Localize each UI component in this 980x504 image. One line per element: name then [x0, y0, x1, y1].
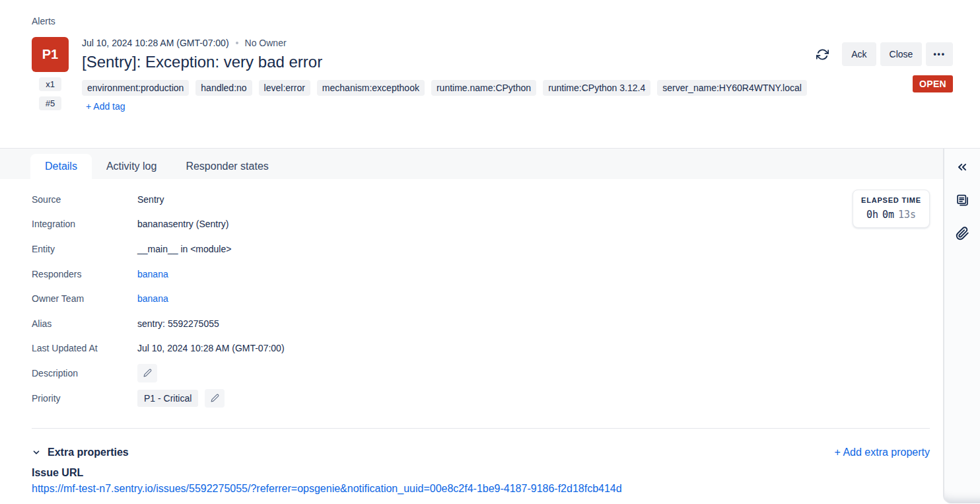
notes-button[interactable] [952, 190, 973, 211]
elapsed-hours: 0h [866, 209, 878, 221]
priority-badge: P1 [32, 37, 69, 72]
close-button[interactable]: Close [880, 42, 923, 66]
tab-details[interactable]: Details [30, 154, 92, 179]
pencil-icon [211, 394, 219, 402]
field-value-text: Sentry [137, 194, 164, 205]
field-value: bananasentry (Sentry) [137, 219, 229, 229]
field-value: Sentry [137, 194, 164, 205]
more-actions-button[interactable]: ••• [926, 42, 953, 66]
add-tag-link[interactable]: + Add tag [86, 101, 125, 112]
extra-property-list: Issue URL https://mf-test-n7.sentry.io/i… [32, 467, 930, 495]
chevron-down-icon [32, 448, 41, 457]
elapsed-time-title: ELAPSED TIME [857, 196, 925, 204]
field-value: Jul 10, 2024 10:28 AM (GMT-07:00) [137, 343, 285, 353]
refresh-icon [816, 48, 829, 61]
status-badge: OPEN [913, 75, 953, 92]
field-row: Last Updated At Jul 10, 2024 10:28 AM (G… [32, 336, 930, 361]
issue-url-link[interactable]: https://mf-test-n7.sentry.io/issues/5592… [32, 483, 930, 495]
field-label: Integration [32, 219, 137, 229]
field-label: Alias [32, 318, 137, 329]
field-value: banana [137, 293, 168, 304]
field-row: Responders banana [32, 262, 930, 287]
tag-pill[interactable]: mechanism:excepthook [317, 80, 425, 96]
paperclip-icon [956, 227, 969, 240]
tag-pill[interactable]: level:error [259, 80, 310, 96]
field-row: Owner Team banana [32, 286, 930, 311]
field-value-text: sentry: 5592275055 [137, 318, 219, 329]
collapse-panel-button[interactable] [952, 157, 973, 178]
tag-list: environment:productionhandled:nolevel:er… [82, 80, 848, 112]
field-label: Last Updated At [32, 343, 137, 353]
field-value-text: __main__ in <module> [137, 244, 231, 254]
field-value-text: bananasentry (Sentry) [137, 219, 229, 229]
alert-tinyid-badge: #5 [39, 96, 61, 110]
field-value: sentry: 5592275055 [137, 318, 219, 329]
breadcrumb[interactable]: Alerts [32, 16, 55, 26]
elapsed-seconds: 13s [898, 209, 916, 221]
alert-timestamp: Jul 10, 2024 10:28 AM (GMT-07:00) [82, 38, 229, 48]
attachments-button[interactable] [952, 223, 973, 244]
field-value: banana [137, 269, 168, 279]
extra-property-label: Issue URL [32, 467, 930, 479]
extra-property-item: Issue URL https://mf-test-n7.sentry.io/i… [32, 467, 930, 495]
field-row: Alias sentry: 5592275055 [32, 311, 930, 336]
tag-pill[interactable]: environment:production [82, 80, 189, 96]
field-value: __main__ in <module> [137, 244, 231, 254]
priority-pill: P1 - Critical [137, 390, 198, 407]
notes-icon [956, 194, 969, 207]
tag-pill[interactable]: runtime.name:CPython [431, 80, 536, 96]
field-label: Source [32, 194, 137, 205]
field-label: Owner Team [32, 293, 137, 304]
elapsed-minutes: 0m [882, 209, 894, 221]
field-row: Entity __main__ in <module> [32, 236, 930, 262]
extra-properties-toggle[interactable]: Extra properties [32, 447, 129, 458]
field-row: Priority P1 - Critical [32, 386, 930, 411]
field-label: Priority [32, 393, 137, 404]
right-icon-rail [943, 149, 980, 503]
alert-count-badge: x1 [39, 77, 61, 91]
field-value-text: Jul 10, 2024 10:28 AM (GMT-07:00) [137, 343, 285, 353]
edit-button[interactable] [137, 364, 157, 382]
alert-header: Alerts P1 x1 #5 Jul 10, 2024 10:28 AM (G… [0, 0, 980, 148]
section-divider [32, 428, 930, 429]
refresh-button[interactable] [815, 47, 830, 62]
tag-pill[interactable]: server_name:HY60R4WTNY.local [657, 80, 807, 96]
field-row: Source Sentry [32, 187, 930, 212]
field-label: Responders [32, 269, 137, 279]
tag-pill[interactable]: handled:no [195, 80, 252, 96]
edit-button[interactable] [205, 389, 225, 408]
dot-separator [236, 42, 238, 44]
field-label: Description [32, 368, 137, 378]
field-row: Description [32, 361, 930, 386]
pencil-icon [143, 369, 152, 377]
tab-bar: DetailsActivity logResponder states [0, 149, 943, 179]
alert-main-panel: DetailsActivity logResponder states ELAP… [0, 149, 943, 503]
field-list: Source Sentry Integration bananasentry (… [32, 187, 930, 410]
field-value-link[interactable]: banana [137, 293, 168, 304]
tab-responder-states[interactable]: Responder states [171, 154, 283, 179]
alert-owner: No Owner [245, 38, 287, 48]
alert-details-page: Alerts P1 x1 #5 Jul 10, 2024 10:28 AM (G… [0, 0, 980, 504]
add-extra-property-link[interactable]: + Add extra property [834, 447, 930, 458]
elapsed-time-card: ELAPSED TIME 0h 0m 13s [853, 190, 930, 228]
details-tab-content: ELAPSED TIME 0h 0m 13s Source Sentry Int… [0, 179, 943, 503]
field-value [137, 364, 157, 382]
tab-activity-log[interactable]: Activity log [92, 154, 171, 179]
field-label: Entity [32, 244, 137, 254]
field-value: P1 - Critical [137, 389, 225, 408]
tag-pill[interactable]: runtime:CPython 3.12.4 [543, 80, 650, 96]
chevrons-left-icon [956, 161, 969, 174]
field-value-link[interactable]: banana [137, 269, 168, 279]
extra-properties-title: Extra properties [48, 447, 129, 458]
ack-button[interactable]: Ack [842, 42, 876, 66]
field-row: Integration bananasentry (Sentry) [32, 212, 930, 237]
